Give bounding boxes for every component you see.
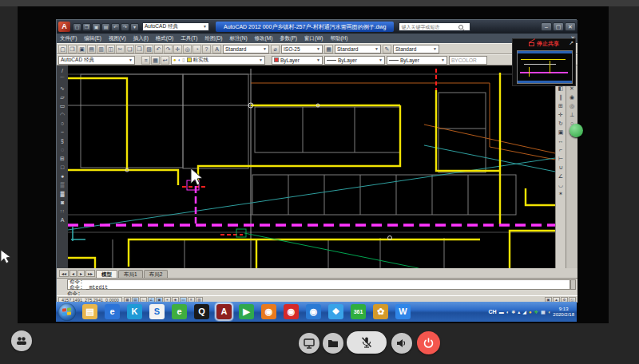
rectangle-icon[interactable]: ▭: [60, 102, 65, 109]
bird-app-icon[interactable]: ❖: [328, 304, 343, 319]
hatch-icon[interactable]: ▒: [61, 181, 65, 188]
ellipse-icon[interactable]: ◌: [61, 146, 64, 153]
mleader-style-icon[interactable]: ✎: [383, 45, 391, 53]
tab-布局1[interactable]: 布局1: [118, 270, 143, 278]
zoom-window-icon[interactable]: ◔: [192, 45, 201, 53]
tray-grid-icon[interactable]: ▦: [541, 310, 546, 315]
swirl-app-icon[interactable]: ✿: [373, 304, 388, 319]
make-block-icon[interactable]: □: [61, 164, 64, 171]
fillet-icon[interactable]: ◡: [558, 181, 563, 188]
plot-icon[interactable]: ▤: [101, 23, 110, 31]
plot-preview-icon[interactable]: ▥: [97, 45, 105, 53]
text-style-combo[interactable]: Standard▼: [223, 45, 269, 53]
workspace-combo[interactable]: AutoCAD 经典 ▼: [142, 22, 209, 31]
menu-item-10[interactable]: 窗口(W): [304, 35, 323, 42]
share-preview-thumbnail[interactable]: [517, 50, 573, 84]
tray-volume-icon[interactable]: ▬: [499, 310, 504, 315]
menu-item-2[interactable]: 视图(V): [109, 35, 126, 42]
table-style-icon[interactable]: ▦: [324, 45, 333, 53]
taskbar-clock[interactable]: 9:13 2020/2/18: [553, 307, 574, 318]
tray-moon-icon[interactable]: ◖: [548, 310, 551, 315]
qq-icon[interactable]: Q: [194, 304, 209, 319]
sogou-icon[interactable]: S: [149, 304, 165, 319]
explorer-icon[interactable]: ▤: [82, 304, 97, 319]
region-icon[interactable]: ◙: [61, 199, 64, 206]
tray-green-icon[interactable]: ❖: [534, 310, 538, 315]
tray-network-icon[interactable]: ◐: [506, 310, 510, 315]
layer-combo[interactable]: ● ◐ ▯ 粗实线 ▼: [171, 56, 265, 65]
open-icon[interactable]: ❐: [82, 23, 91, 31]
command-scrollbar[interactable]: [570, 279, 576, 290]
app-361-icon[interactable]: 361: [351, 304, 366, 319]
rotate-icon[interactable]: ↻: [558, 120, 563, 127]
screen-share-button[interactable]: [299, 333, 320, 354]
tab-last-icon[interactable]: ▸▸: [85, 270, 95, 277]
layer-on-icon[interactable]: ●: [173, 57, 177, 62]
text-style-icon[interactable]: A: [212, 45, 221, 53]
snap-node-icon[interactable]: ◎: [570, 102, 574, 109]
dim-style-icon[interactable]: ⌀: [271, 45, 280, 53]
dim-style-combo[interactable]: ISO-25▼: [281, 45, 323, 53]
tray-hidden-icon[interactable]: ▴: [518, 310, 520, 315]
stretch-icon[interactable]: ↔: [558, 137, 564, 144]
tab-first-icon[interactable]: ◂◂: [59, 270, 69, 277]
undo-icon[interactable]: ↶: [154, 45, 163, 53]
menu-item-6[interactable]: 绘图(D): [205, 35, 223, 42]
menu-item-4[interactable]: 格式(O): [156, 35, 173, 42]
help-icon[interactable]: ?: [202, 45, 211, 53]
zoom-realtime-icon[interactable]: ◎: [183, 45, 192, 53]
menu-item-7[interactable]: 标注(N): [230, 35, 248, 42]
language-indicator[interactable]: CH: [489, 309, 497, 315]
xline-icon[interactable]: ⌒: [60, 76, 65, 83]
tab-布局2[interactable]: 布局2: [144, 270, 169, 278]
workspace-toolbar-combo[interactable]: AutoCAD 经典▼: [58, 56, 135, 65]
save-icon[interactable]: ▣: [77, 45, 86, 53]
pan-icon[interactable]: ✛: [173, 45, 182, 53]
undo-icon[interactable]: ↶: [111, 23, 120, 31]
paste-icon[interactable]: ❒: [135, 45, 144, 53]
spline-icon[interactable]: §: [61, 137, 64, 144]
point-icon[interactable]: ●: [61, 172, 64, 180]
explode-icon[interactable]: ✶: [558, 190, 563, 197]
tray-update-icon[interactable]: ✱: [511, 310, 515, 315]
autocad-logo-icon[interactable]: A: [58, 22, 70, 32]
qat-dropdown-icon[interactable]: ▾: [130, 23, 139, 31]
media-player-icon[interactable]: ▶: [239, 304, 254, 319]
array-icon[interactable]: ⊞: [558, 102, 563, 109]
layer-lock-icon[interactable]: ▯: [182, 57, 185, 62]
drawing-area[interactable]: /⌒∿▱▭◠○~§◌⊞□●▒▓◙∷A ✕❏◧∥⊞✛↻▣↔⌐⊢∪∠◡✶ ▫△✕◉◎…: [57, 65, 577, 268]
snap-cen-icon[interactable]: ◉: [570, 93, 574, 101]
layer-freeze-icon[interactable]: ◐: [178, 57, 181, 62]
restore-button[interactable]: ▢: [553, 22, 564, 31]
mtext-icon[interactable]: A: [61, 216, 65, 224]
close-button[interactable]: ✕: [565, 22, 576, 31]
command-line-window[interactable]: 命令: 命令: _mtedit 命令:: [57, 278, 577, 295]
tab-next-icon[interactable]: ▸: [77, 270, 85, 277]
start-button[interactable]: [58, 303, 76, 321]
extend-icon[interactable]: ⊢: [558, 155, 563, 162]
folder-share-button[interactable]: [323, 333, 343, 354]
ie-icon[interactable]: e: [105, 304, 120, 319]
menu-item-1[interactable]: 编辑(E): [84, 35, 101, 42]
green-browser-icon[interactable]: e: [172, 304, 187, 319]
cut-icon[interactable]: ✂: [116, 45, 125, 53]
menu-item-9[interactable]: 参数(P): [280, 35, 297, 42]
break-icon[interactable]: ∪: [558, 164, 562, 171]
stop-share-button[interactable]: 停止共享: [513, 39, 575, 49]
microphone-muted-button[interactable]: [347, 331, 387, 354]
minimize-button[interactable]: –: [541, 22, 552, 31]
red-app-icon[interactable]: ◉: [284, 304, 299, 319]
new-icon[interactable]: ▢: [58, 45, 67, 53]
infocenter-search[interactable]: [399, 22, 470, 31]
match-properties-icon[interactable]: ▨: [145, 45, 153, 53]
layer-states-icon[interactable]: ▦: [151, 56, 160, 65]
wps-icon[interactable]: W: [395, 304, 411, 319]
gradient-icon[interactable]: ▓: [60, 190, 64, 197]
mleader-style-combo[interactable]: Standard▼: [393, 45, 439, 53]
revcloud-icon[interactable]: ~: [61, 129, 64, 136]
chamfer-icon[interactable]: ∠: [558, 172, 563, 180]
offset-icon[interactable]: ∥: [559, 93, 562, 101]
assistant-floating-icon[interactable]: [570, 124, 583, 137]
expand-icon[interactable]: ↗: [569, 40, 574, 46]
color-combo[interactable]: ByLayer▼: [272, 56, 323, 65]
